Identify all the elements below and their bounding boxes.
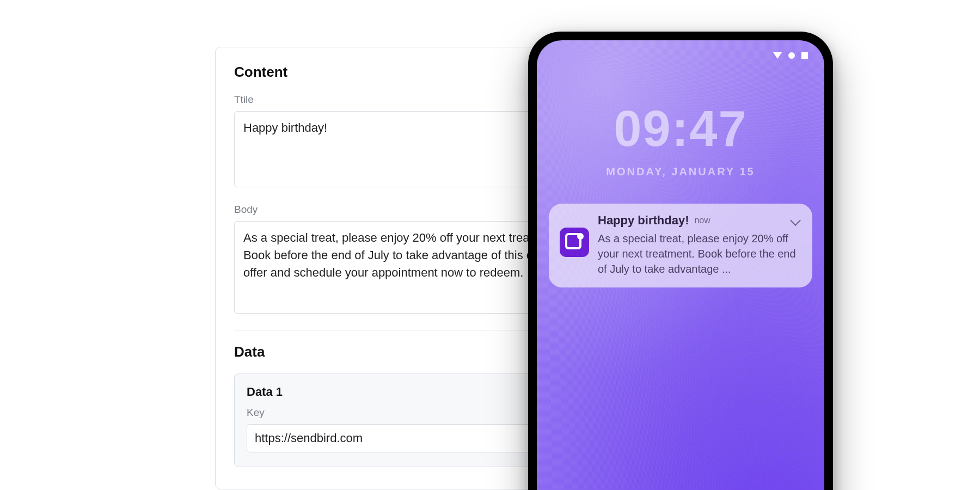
notification-text: Happy birthday! now As a special treat, …	[598, 213, 801, 277]
notification-card[interactable]: Happy birthday! now As a special treat, …	[549, 204, 812, 287]
notification-timestamp: now	[694, 216, 710, 225]
key-label: Key	[247, 407, 575, 419]
square-icon	[801, 52, 808, 59]
key-input[interactable]	[247, 424, 575, 452]
notification-body: As a special treat, please enjoy 20% off…	[598, 231, 801, 277]
chevron-down-icon[interactable]	[790, 215, 801, 226]
status-bar	[773, 52, 808, 59]
lockscreen-date: MONDAY, JANUARY 15	[537, 166, 824, 178]
data-card-title: Data 1	[247, 385, 575, 399]
app-icon	[560, 228, 589, 257]
phone-screen: 09:47 MONDAY, JANUARY 15 Happy birthday!…	[537, 40, 824, 490]
circle-icon	[788, 52, 795, 59]
phone-frame: 09:47 MONDAY, JANUARY 15 Happy birthday!…	[528, 32, 833, 490]
triangle-down-icon	[773, 52, 782, 59]
lockscreen-time: 09:47	[537, 100, 824, 157]
notification-title: Happy birthday!	[598, 213, 689, 228]
